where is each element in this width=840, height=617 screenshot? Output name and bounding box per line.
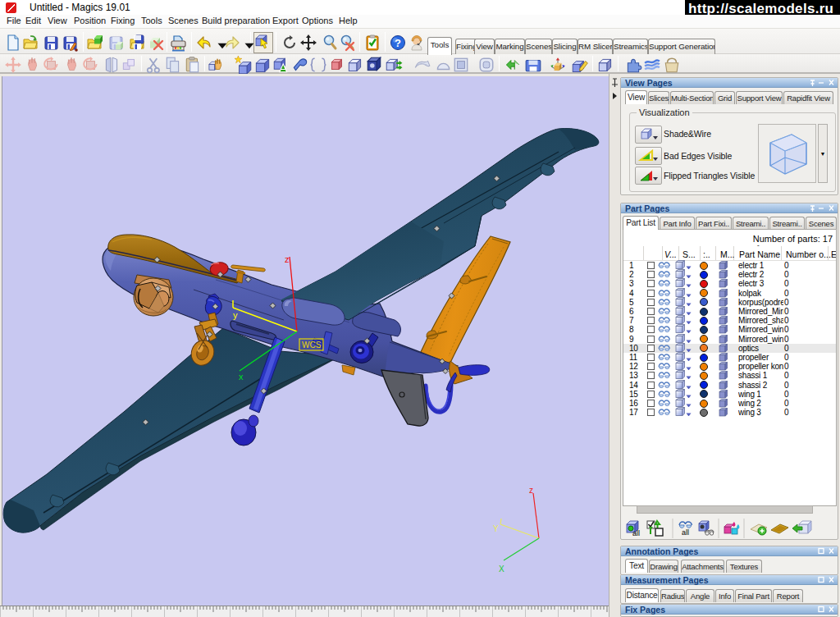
svg-text:Y: Y <box>493 524 499 533</box>
svg-text:WCS: WCS <box>302 340 322 350</box>
svg-text:x: x <box>239 372 244 382</box>
svg-text:X: X <box>499 564 504 574</box>
svg-text:?: ? <box>395 37 401 49</box>
svg-text:z: z <box>285 254 290 264</box>
svg-text:y: y <box>233 310 238 320</box>
svg-text:z: z <box>529 486 533 495</box>
svg-text:all: all <box>632 529 640 537</box>
svg-text:all: all <box>682 528 689 537</box>
